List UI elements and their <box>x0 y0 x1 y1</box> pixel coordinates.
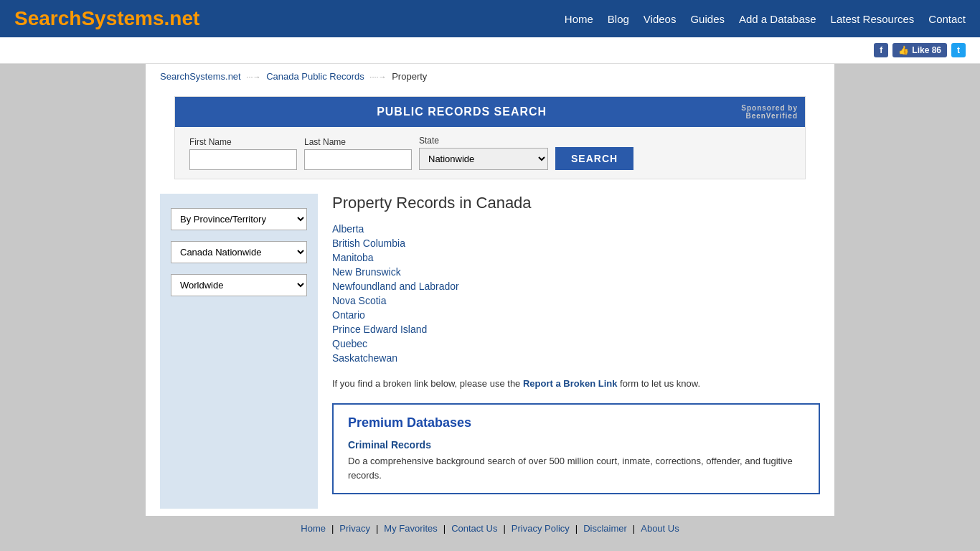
sponsored-by: Sponsored byBeenVerified <box>741 104 798 120</box>
site-logo[interactable]: SearchSystems.net <box>14 7 199 30</box>
content-area: By Province/Territory Canada Nationwide … <box>146 187 834 516</box>
search-form: First Name Last Name State Nationwide SE… <box>175 127 805 179</box>
logo-suffix: .net <box>164 7 200 29</box>
first-name-input[interactable] <box>189 149 297 170</box>
broken-link-text: If you find a broken link below, please … <box>332 378 523 389</box>
nav-item-guides[interactable]: Guides <box>690 13 725 25</box>
province-list: AlbertaBritish ColumbiaManitobaNew Bruns… <box>332 223 820 364</box>
state-group: State Nationwide <box>419 136 548 170</box>
main-nav: HomeBlogVideosGuidesAdd a DatabaseLatest… <box>565 13 966 25</box>
like-count: Like 86 <box>912 45 941 55</box>
list-item: Newfoundland and Labrador <box>332 281 820 292</box>
list-item: Saskatchewan <box>332 352 820 364</box>
footer-link-privacy[interactable]: Privacy <box>339 523 370 534</box>
first-name-group: First Name <box>189 137 297 170</box>
province-link-manitoba[interactable]: Manitoba <box>332 252 374 263</box>
header: SearchSystems.net HomeBlogVideosGuidesAd… <box>0 0 980 37</box>
footer-sep: | <box>443 523 446 534</box>
last-name-group: Last Name <box>304 137 412 170</box>
breadcrumb-current: Property <box>392 71 427 82</box>
page-title: Property Records in Canada <box>332 194 820 212</box>
state-label: State <box>419 136 548 146</box>
footer-link-contact-us[interactable]: Contact Us <box>451 523 497 534</box>
province-link-british-columbia[interactable]: British Columbia <box>332 237 405 249</box>
social-bar: f 👍 Like 86 t <box>0 37 980 64</box>
premium-title: Premium Databases <box>348 415 804 430</box>
main-wrapper: SearchSystems.net ···→ Canada Public Rec… <box>146 64 834 516</box>
breadcrumb-home[interactable]: SearchSystems.net <box>160 71 241 82</box>
nav-item-videos[interactable]: Videos <box>644 13 677 25</box>
province-link-alberta[interactable]: Alberta <box>332 223 364 235</box>
province-link-prince-edward-island[interactable]: Prince Edward Island <box>332 324 427 335</box>
list-item: Ontario <box>332 309 820 321</box>
like-icon: 👍 <box>898 45 909 55</box>
broken-link-anchor[interactable]: Report a Broken Link <box>523 378 617 389</box>
footer-link-home[interactable]: Home <box>301 523 326 534</box>
last-name-input[interactable] <box>304 149 412 170</box>
main-content: Property Records in Canada AlbertaBritis… <box>332 194 820 509</box>
sidebar: By Province/Territory Canada Nationwide … <box>160 194 318 509</box>
list-item: Nova Scotia <box>332 295 820 306</box>
first-name-label: First Name <box>189 137 297 147</box>
footer: Home|Privacy|My Favorites|Contact Us|Pri… <box>0 516 980 541</box>
footer-sep: | <box>331 523 334 534</box>
search-button[interactable]: SEARCH <box>555 147 633 170</box>
state-select[interactable]: Nationwide <box>419 148 548 170</box>
province-link-ontario[interactable]: Ontario <box>332 309 365 321</box>
nav-item-home[interactable]: Home <box>565 13 593 25</box>
nav-item-blog[interactable]: Blog <box>608 13 629 25</box>
logo-main: SearchSystems <box>14 7 164 29</box>
footer-link-about-us[interactable]: About Us <box>641 523 679 534</box>
premium-box: Premium Databases Criminal Records Do a … <box>332 403 820 494</box>
footer-sep: | <box>376 523 378 534</box>
sidebar-dropdown-canada[interactable]: Canada Nationwide <box>171 241 307 263</box>
footer-sep: | <box>575 523 578 534</box>
search-header: PUBLIC RECORDS SEARCH Sponsored byBeenVe… <box>175 97 805 127</box>
search-widget: PUBLIC RECORDS SEARCH Sponsored byBeenVe… <box>174 96 806 179</box>
last-name-label: Last Name <box>304 137 412 147</box>
twitter-button[interactable]: t <box>951 43 966 57</box>
province-link-saskatchewan[interactable]: Saskatchewan <box>332 352 397 364</box>
nav-item-latest-resources[interactable]: Latest Resources <box>831 13 915 25</box>
footer-sep: | <box>503 523 505 534</box>
like-button[interactable]: 👍 Like 86 <box>892 43 947 57</box>
search-header-title: PUBLIC RECORDS SEARCH <box>182 105 741 118</box>
breadcrumb: SearchSystems.net ···→ Canada Public Rec… <box>146 64 834 89</box>
list-item: Manitoba <box>332 252 820 263</box>
facebook-button[interactable]: f <box>874 43 888 57</box>
province-link-new-brunswick[interactable]: New Brunswick <box>332 266 401 278</box>
list-item: British Columbia <box>332 237 820 249</box>
criminal-records-link[interactable]: Criminal Records <box>348 439 804 451</box>
list-item: Quebec <box>332 338 820 349</box>
province-link-nova-scotia[interactable]: Nova Scotia <box>332 295 386 306</box>
footer-sep: | <box>633 523 635 534</box>
footer-link-privacy-policy[interactable]: Privacy Policy <box>512 523 570 534</box>
broken-link-suffix: form to let us know. <box>617 378 700 389</box>
criminal-desc: Do a comprehensive background search of … <box>348 454 804 482</box>
broken-link-notice: If you find a broken link below, please … <box>332 378 820 389</box>
list-item: Alberta <box>332 223 820 235</box>
province-link-newfoundland-and-labrador[interactable]: Newfoundland and Labrador <box>332 281 459 292</box>
breadcrumb-sep1: ···→ <box>246 72 260 81</box>
nav-item-add-a-database[interactable]: Add a Database <box>739 13 816 25</box>
list-item: New Brunswick <box>332 266 820 278</box>
breadcrumb-sep2: ····→ <box>369 72 386 81</box>
footer-link-disclaimer[interactable]: Disclaimer <box>583 523 627 534</box>
sidebar-dropdown-province[interactable]: By Province/Territory <box>171 208 307 230</box>
sidebar-dropdown-worldwide[interactable]: Worldwide <box>171 274 307 296</box>
nav-item-contact[interactable]: Contact <box>928 13 966 25</box>
footer-link-my-favorites[interactable]: My Favorites <box>384 523 437 534</box>
list-item: Prince Edward Island <box>332 324 820 335</box>
breadcrumb-parent[interactable]: Canada Public Records <box>266 71 364 82</box>
province-link-quebec[interactable]: Quebec <box>332 338 367 349</box>
